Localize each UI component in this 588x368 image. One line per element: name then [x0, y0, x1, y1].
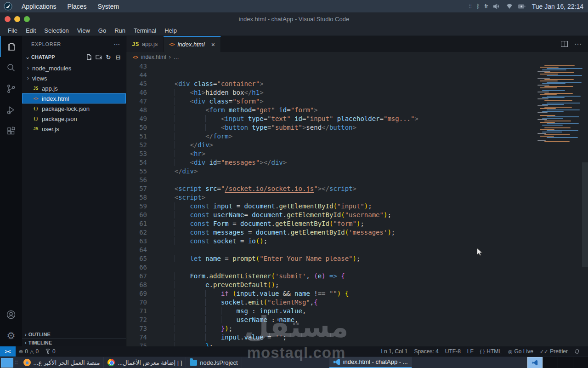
code-line-57: 57 <script src="/socket.io/socket.io.js"…: [126, 184, 588, 193]
workspace-2[interactable]: [543, 357, 558, 368]
code-line-67: 67 Form.addEventListener('submit', (e) =…: [126, 272, 588, 281]
prettier-button[interactable]: ✓✓ Prettier: [537, 348, 571, 355]
timeline-section[interactable]: › TIMELINE: [22, 338, 126, 346]
workspace-3[interactable]: [558, 357, 573, 368]
tab-indexhtml[interactable]: <> index.html ×: [164, 36, 220, 52]
refresh-icon[interactable]: ↻: [104, 53, 113, 61]
chevron-down-icon: ⌄: [24, 54, 31, 60]
menu-run[interactable]: Run: [110, 25, 130, 35]
encoding-indicator[interactable]: UTF-8: [442, 348, 464, 355]
workspace-name: CHATAPP: [31, 54, 55, 60]
desktop-taskbar: ⁞⁞ منصة العمل الحر الأكبر ع...[ | إضافة …: [0, 356, 588, 368]
code-line-53: 53 <hr>: [126, 150, 588, 158]
vscode-menubar: File Edit Selection View Go Run Terminal…: [0, 25, 588, 36]
js-file-icon: JS: [32, 86, 40, 91]
editor-scrollbar[interactable]: [582, 162, 588, 267]
menu-edit[interactable]: Edit: [22, 25, 40, 35]
window-minimize-button[interactable]: [14, 16, 20, 22]
explorer-icon[interactable]: [0, 36, 22, 57]
taskbar-task-chrome[interactable]: [ | إضافة معرض الأعمال...: [104, 357, 186, 368]
problems-button[interactable]: ⊗ 0 △ 0: [16, 348, 42, 355]
accounts-icon[interactable]: [0, 304, 22, 325]
menu-terminal[interactable]: Terminal: [130, 25, 160, 35]
notifications-bell-icon[interactable]: [571, 349, 583, 355]
battery-icon[interactable]: [518, 4, 526, 9]
menu-help[interactable]: Help: [160, 25, 181, 35]
language-mode-indicator[interactable]: { } HTML: [477, 348, 505, 355]
wifi-icon[interactable]: [506, 4, 513, 9]
show-desktop-button[interactable]: [1, 358, 13, 368]
file-tree-item-index-html[interactable]: <>index.html: [22, 93, 126, 104]
workspace-section-chatapp[interactable]: ⌄ CHATAPP ↻ ⊟: [22, 52, 126, 62]
tab-appjs[interactable]: JS app.js: [126, 36, 164, 52]
file-tree-item-views[interactable]: ›views: [22, 73, 126, 83]
menu-selection[interactable]: Selection: [40, 25, 73, 35]
file-tree-item-package-lock-json[interactable]: {}package-lock.json: [22, 104, 126, 114]
file-tree-item-user-js[interactable]: JSuser.js: [22, 124, 126, 134]
cursor-position-indicator[interactable]: Ln 1, Col 1: [378, 348, 411, 355]
close-tab-icon[interactable]: ×: [211, 41, 215, 48]
new-folder-icon[interactable]: [95, 53, 103, 61]
html-file-icon: <>: [133, 55, 138, 60]
indentation-indicator[interactable]: Spaces: 4: [411, 348, 441, 355]
remote-window-button[interactable]: ><: [0, 346, 16, 356]
go-live-button[interactable]: ◎ Go Live: [505, 348, 537, 355]
taskbar-task-folder[interactable]: nodeJsProject: [186, 357, 242, 368]
panel-grip-icon[interactable]: ⁞⁞: [469, 6, 472, 7]
file-tree-item-package-json[interactable]: {}package.json: [22, 114, 126, 124]
extensions-icon[interactable]: [0, 121, 22, 142]
code-line-60: 60 const userName= document.getElementBy…: [126, 211, 588, 219]
eol-indicator[interactable]: LF: [464, 348, 477, 355]
file-label: package.json: [42, 115, 77, 122]
bluetooth-icon[interactable]: ᛒ: [476, 3, 480, 10]
mouse-cursor: [476, 247, 483, 259]
ports-button[interactable]: 0: [42, 348, 59, 355]
code-editor[interactable]: 434445 <div class="container">46 <h1>hid…: [126, 62, 588, 346]
source-control-icon[interactable]: [0, 78, 22, 99]
window-maximize-button[interactable]: [24, 16, 30, 22]
desktop-screen: Applications Places System ⁞⁞ ᛒ fr Tue J…: [0, 0, 588, 368]
menu-view[interactable]: View: [73, 25, 94, 35]
editor-more-actions-icon[interactable]: ⋯: [574, 40, 582, 48]
taskbar-task-firefox[interactable]: منصة العمل الحر الأكبر ع...: [20, 357, 104, 368]
line-number: 66: [126, 263, 159, 272]
breadcrumb[interactable]: <> index.html › …: [126, 52, 588, 62]
distro-logo-icon[interactable]: [4, 2, 12, 11]
line-number: 48: [126, 106, 159, 115]
workspace-4[interactable]: [573, 357, 588, 368]
collapse-folders-icon[interactable]: ⊟: [114, 53, 122, 61]
taskbar-task-vscode[interactable]: index.html - chatApp - ...: [329, 357, 412, 368]
explorer-sidebar: EXPLORER ⋯ ⌄ CHATAPP ↻ ⊟ ›node_modules›v…: [22, 36, 126, 346]
menu-file[interactable]: File: [4, 25, 22, 35]
workspace-1[interactable]: [527, 357, 543, 368]
window-close-button[interactable]: [5, 16, 11, 22]
code-line-61: 61 const Form = document.getElementById(…: [126, 219, 588, 228]
task-label: nodeJsProject: [200, 359, 237, 366]
file-tree-item-node-modules[interactable]: ›node_modules: [22, 63, 126, 73]
panel-menu-places[interactable]: Places: [62, 0, 92, 12]
code-line-58: 58 <script>: [126, 193, 588, 202]
file-tree-item-app-js[interactable]: JSapp.js: [22, 83, 126, 93]
outline-section[interactable]: › OUTLINE: [22, 330, 126, 338]
new-file-icon[interactable]: [85, 53, 93, 61]
explorer-more-actions-icon[interactable]: ⋯: [113, 40, 120, 48]
panel-clock[interactable]: Tue Jan 16, 22:14: [532, 3, 583, 10]
code-line-74: 74 input.value = '';: [126, 333, 588, 342]
minimap[interactable]: [537, 64, 581, 143]
line-number: 61: [126, 219, 159, 228]
code-line-45: 45 <div class="container">: [126, 80, 588, 88]
line-number: 72: [126, 316, 159, 324]
split-editor-icon[interactable]: [561, 41, 568, 47]
run-debug-icon[interactable]: [0, 99, 22, 121]
chevron-right-icon: ›: [25, 65, 31, 71]
menu-go[interactable]: Go: [94, 25, 110, 35]
panel-menu-system[interactable]: System: [92, 0, 125, 12]
keyboard-layout-indicator[interactable]: fr: [485, 3, 488, 10]
search-icon[interactable]: [0, 57, 22, 78]
code-line-44: 44: [126, 71, 588, 80]
settings-gear-icon[interactable]: ⚙: [0, 325, 22, 346]
code-line-72: 72 userName : name,: [126, 316, 588, 324]
line-number: 60: [126, 211, 159, 219]
volume-icon[interactable]: [493, 3, 501, 10]
panel-menu-applications[interactable]: Applications: [16, 0, 62, 12]
